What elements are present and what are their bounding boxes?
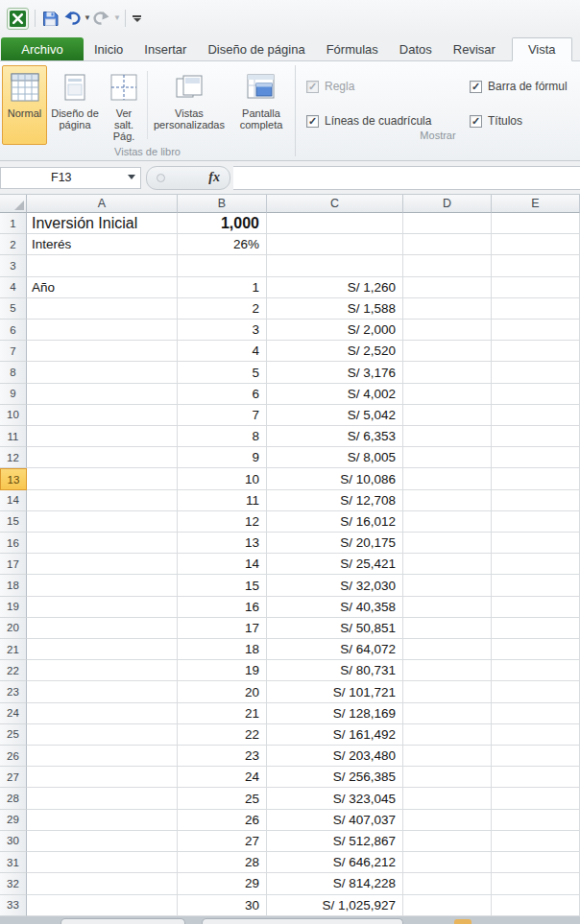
cell-E3[interactable]: [492, 255, 580, 276]
cell-A21[interactable]: [27, 639, 178, 660]
cell-E27[interactable]: [492, 767, 580, 788]
cell-B24[interactable]: 21: [178, 703, 267, 724]
formula-input[interactable]: [233, 166, 580, 190]
cell-E20[interactable]: [492, 618, 580, 639]
cell-A30[interactable]: [27, 831, 178, 852]
cell-D21[interactable]: [403, 639, 492, 660]
cell-D33[interactable]: [403, 895, 492, 916]
row-header-8[interactable]: 8: [0, 362, 27, 383]
cell-C24[interactable]: S/ 128,169: [267, 703, 403, 724]
row-header-22[interactable]: 22: [0, 660, 27, 681]
scrollbar-edge[interactable]: [202, 918, 403, 924]
cell-E17[interactable]: [492, 554, 580, 575]
row-header-13[interactable]: 13: [0, 468, 27, 489]
row-header-17[interactable]: 17: [0, 554, 27, 575]
cell-B18[interactable]: 15: [178, 575, 267, 596]
row-header-6[interactable]: 6: [0, 320, 27, 341]
cell-C28[interactable]: S/ 323,045: [267, 788, 403, 809]
cell-D28[interactable]: [403, 788, 492, 809]
cell-A14[interactable]: [27, 490, 178, 511]
cell-E24[interactable]: [492, 703, 580, 724]
cell-D18[interactable]: [403, 575, 492, 596]
cell-E14[interactable]: [492, 490, 580, 511]
cell-A24[interactable]: [27, 703, 178, 724]
cell-C10[interactable]: S/ 5,042: [267, 405, 403, 426]
cell-A3[interactable]: [27, 255, 178, 276]
save-icon[interactable]: [39, 7, 61, 30]
cell-E23[interactable]: [492, 681, 580, 702]
cell-E5[interactable]: [492, 298, 580, 320]
row-header-32[interactable]: 32: [0, 873, 27, 894]
cell-B5[interactable]: 2: [178, 298, 267, 320]
cell-D1[interactable]: [403, 213, 492, 234]
cell-B8[interactable]: 5: [178, 362, 267, 383]
cell-C20[interactable]: S/ 50,851: [267, 618, 403, 639]
cell-A4[interactable]: Año: [27, 277, 178, 298]
cell-B16[interactable]: 13: [178, 533, 267, 554]
cell-B2[interactable]: 26%: [178, 234, 267, 255]
cell-A10[interactable]: [27, 405, 178, 426]
cell-D15[interactable]: [403, 511, 492, 533]
cell-D24[interactable]: [403, 703, 492, 724]
row-header-9[interactable]: 9: [0, 384, 27, 405]
tab-formulas[interactable]: Fórmulas: [316, 37, 389, 60]
cell-D14[interactable]: [403, 490, 492, 511]
cell-E28[interactable]: [492, 788, 580, 809]
cell-A18[interactable]: [27, 575, 178, 596]
cell-A28[interactable]: [27, 788, 178, 809]
cell-D5[interactable]: [403, 298, 492, 320]
cell-D8[interactable]: [403, 362, 492, 383]
insert-function-icon[interactable]: fx: [208, 170, 220, 185]
cell-A17[interactable]: [27, 554, 178, 575]
cell-A7[interactable]: [27, 341, 178, 362]
cell-B20[interactable]: 17: [178, 618, 267, 639]
row-header-23[interactable]: 23: [0, 681, 27, 702]
tab-archivo[interactable]: Archivo: [1, 37, 84, 60]
column-header-b[interactable]: B: [178, 195, 267, 213]
cell-A13[interactable]: [27, 468, 178, 489]
undo-dropdown-icon[interactable]: ▼: [84, 14, 91, 22]
cell-A33[interactable]: [27, 895, 178, 916]
cell-D31[interactable]: [403, 852, 492, 873]
row-header-33[interactable]: 33: [0, 895, 27, 916]
row-header-11[interactable]: 11: [0, 426, 27, 447]
row-header-29[interactable]: 29: [0, 810, 27, 831]
name-box-dropdown-icon[interactable]: [128, 175, 135, 179]
cell-D2[interactable]: [403, 234, 492, 255]
row-header-1[interactable]: 1: [0, 213, 27, 234]
cell-A5[interactable]: [27, 298, 178, 320]
row-header-27[interactable]: 27: [0, 767, 27, 788]
cell-D22[interactable]: [403, 660, 492, 681]
row-header-5[interactable]: 5: [0, 298, 27, 320]
cell-B10[interactable]: 7: [178, 405, 267, 426]
row-header-21[interactable]: 21: [0, 639, 27, 660]
tab-diseno-de-pagina[interactable]: Diseño de página: [197, 37, 315, 60]
cell-C33[interactable]: S/ 1,025,927: [267, 895, 403, 916]
cell-E22[interactable]: [492, 660, 580, 681]
cell-A23[interactable]: [27, 681, 178, 702]
cell-E15[interactable]: [492, 511, 580, 533]
row-header-31[interactable]: 31: [0, 852, 27, 873]
tab-insertar[interactable]: Insertar: [133, 37, 197, 60]
cell-C3[interactable]: [267, 255, 403, 276]
cell-B14[interactable]: 11: [178, 490, 267, 511]
row-header-3[interactable]: 3: [0, 255, 27, 276]
cell-D11[interactable]: [403, 426, 492, 447]
cell-B27[interactable]: 24: [178, 767, 267, 788]
cell-C12[interactable]: S/ 8,005: [267, 447, 403, 468]
cell-D20[interactable]: [403, 618, 492, 639]
tab-vista[interactable]: Vista: [512, 37, 572, 61]
cell-B31[interactable]: 28: [178, 852, 267, 873]
cell-B28[interactable]: 25: [178, 788, 267, 809]
row-header-14[interactable]: 14: [0, 490, 27, 511]
row-header-25[interactable]: 25: [0, 724, 27, 746]
cell-C5[interactable]: S/ 1,588: [267, 298, 403, 320]
cell-C6[interactable]: S/ 2,000: [267, 320, 403, 341]
row-header-18[interactable]: 18: [0, 575, 27, 596]
cell-B25[interactable]: 22: [178, 724, 267, 746]
row-header-30[interactable]: 30: [0, 831, 27, 852]
cell-D3[interactable]: [403, 255, 492, 276]
cell-A16[interactable]: [27, 533, 178, 554]
cell-A26[interactable]: [27, 746, 178, 767]
cell-A31[interactable]: [27, 852, 178, 873]
